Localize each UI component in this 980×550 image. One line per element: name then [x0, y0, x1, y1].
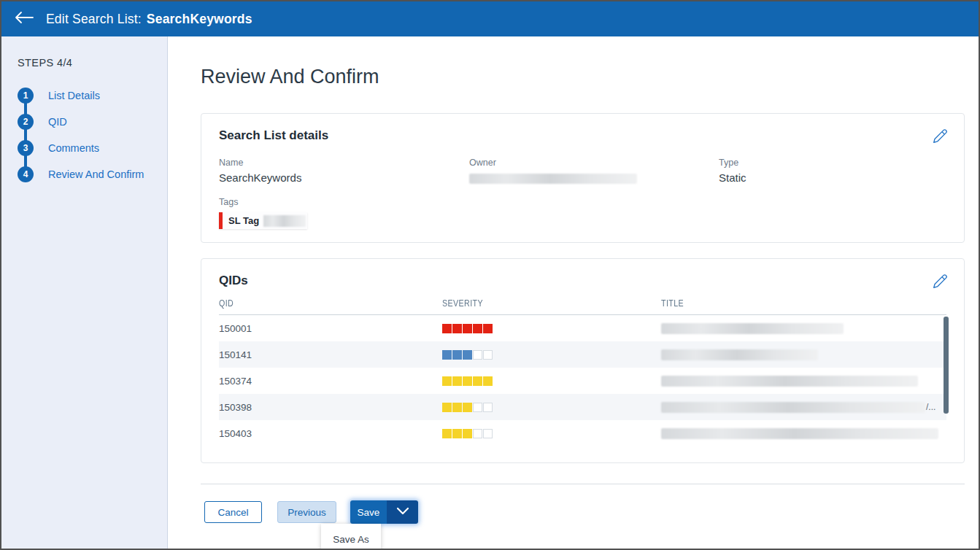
step-label: Review And Confirm [48, 169, 144, 180]
field-name-label: Name [219, 158, 469, 168]
step-label: QID [48, 116, 67, 128]
column-header-severity: SEVERITY [442, 298, 661, 309]
title-redacted-text [661, 428, 938, 439]
details-fields: Name SearchKeywords Owner Type Static [219, 158, 946, 184]
severity-cell [442, 429, 661, 438]
field-owner: Owner [469, 158, 719, 184]
severity-square [452, 429, 462, 438]
save-dropdown-menu: Save As [321, 524, 381, 549]
severity-cell [442, 376, 661, 386]
title-cell [661, 428, 946, 439]
back-button[interactable] [12, 7, 36, 31]
severity-square [452, 376, 462, 386]
edit-qids-button[interactable] [933, 274, 948, 289]
severity-square [473, 429, 482, 438]
pencil-icon [933, 279, 948, 291]
qid-cell: 150398 [219, 402, 442, 413]
tag-redacted-text [263, 215, 306, 227]
severity-square [473, 403, 482, 412]
severity-square [452, 403, 462, 412]
severity-square [442, 324, 452, 333]
window-title: Edit Search List: SearchKeywords [46, 12, 252, 27]
severity-cell [442, 324, 661, 333]
tags-label: Tags [219, 197, 946, 207]
save-as-menu-item[interactable]: Save As [333, 534, 369, 545]
stepper: 1List Details2QID3Comments4Review And Co… [18, 88, 167, 182]
steps-counter: STEPS 4/4 [18, 57, 167, 69]
severity-square [442, 350, 452, 360]
pencil-icon [933, 133, 948, 146]
field-type-value: Static [719, 171, 946, 184]
table-row[interactable]: 150398/... [219, 394, 946, 420]
step-label: Comments [48, 142, 99, 154]
severity-square [463, 376, 472, 386]
sidebar-step-qid[interactable]: 2QID [18, 114, 167, 130]
qid-cell: 150141 [219, 349, 442, 360]
step-number-badge: 3 [18, 140, 34, 156]
severity-square [473, 324, 482, 333]
table-row[interactable]: 150403 [219, 420, 946, 446]
main-content: Review And Confirm Search List details N… [168, 36, 979, 549]
sidebar-step-review-and-confirm[interactable]: 4Review And Confirm [18, 166, 167, 182]
field-owner-label: Owner [469, 158, 719, 168]
title-cell [661, 323, 946, 334]
save-button[interactable]: Save [350, 500, 387, 524]
field-name-value: SearchKeywords [219, 171, 469, 184]
severity-square [483, 350, 493, 360]
field-type-label: Type [719, 158, 946, 168]
step-number-badge: 1 [18, 88, 34, 104]
qid-cell: 150403 [219, 428, 442, 439]
qids-card-title: QIDs [219, 274, 946, 288]
save-split-button: Save [350, 500, 418, 524]
sidebar-step-comments[interactable]: 3Comments [18, 140, 167, 156]
tag-chip[interactable]: SL Tag [219, 212, 307, 229]
severity-square [473, 350, 482, 360]
severity-square [473, 376, 482, 386]
table-row[interactable]: 150374 [219, 368, 946, 394]
qids-card: QIDs QID SEVERITY TITLE 1500011501411 [201, 258, 965, 463]
tag-text: SL Tag [228, 215, 259, 226]
app-window: Edit Search List: SearchKeywords STEPS 4… [0, 0, 980, 550]
search-list-details-card: Search List details Name SearchKeywords [201, 113, 965, 243]
column-header-title: TITLE [661, 298, 946, 309]
title-suffix-text: /... [926, 402, 935, 412]
severity-square [483, 403, 493, 412]
title-cell [661, 349, 946, 360]
page-title: Review And Confirm [201, 66, 964, 88]
step-number-badge: 4 [18, 166, 34, 182]
table-scrollbar[interactable] [944, 317, 949, 414]
chevron-down-icon [396, 507, 409, 518]
app-bar: Edit Search List: SearchKeywords [1, 1, 979, 36]
severity-square [463, 350, 472, 360]
severity-square [463, 429, 472, 438]
steps-sidebar: STEPS 4/4 1List Details2QID3Comments4Rev… [1, 36, 168, 549]
severity-square [463, 324, 472, 333]
previous-button[interactable]: Previous [277, 501, 336, 523]
footer-actions: Cancel Previous Save Save As [201, 500, 965, 524]
details-card-title: Search List details [219, 128, 946, 143]
title-cell [661, 376, 946, 387]
severity-cell [442, 403, 661, 412]
qid-cell: 150001 [219, 323, 442, 334]
arrow-left-icon [14, 11, 34, 27]
title-redacted-text [661, 349, 818, 360]
severity-square [483, 376, 493, 386]
stepper-connector-line [24, 96, 27, 174]
cancel-button[interactable]: Cancel [204, 501, 262, 523]
title-redacted-text [661, 402, 925, 413]
save-options-button[interactable] [387, 500, 418, 524]
field-owner-redacted-value [469, 174, 637, 184]
field-name: Name SearchKeywords [219, 158, 469, 184]
sidebar-step-list-details[interactable]: 1List Details [18, 88, 167, 104]
edit-details-button[interactable] [933, 128, 948, 144]
severity-square [452, 350, 462, 360]
severity-square [452, 324, 462, 333]
step-number-badge: 2 [18, 114, 34, 130]
table-row[interactable]: 150141 [219, 341, 946, 368]
severity-cell [442, 350, 661, 360]
window-title-prefix: Edit Search List: [46, 12, 142, 27]
severity-square [483, 324, 493, 333]
field-type: Type Static [719, 158, 946, 184]
table-row[interactable]: 150001 [219, 315, 946, 341]
qids-table-body: 150001150141150374150398/...150403 [219, 315, 946, 446]
